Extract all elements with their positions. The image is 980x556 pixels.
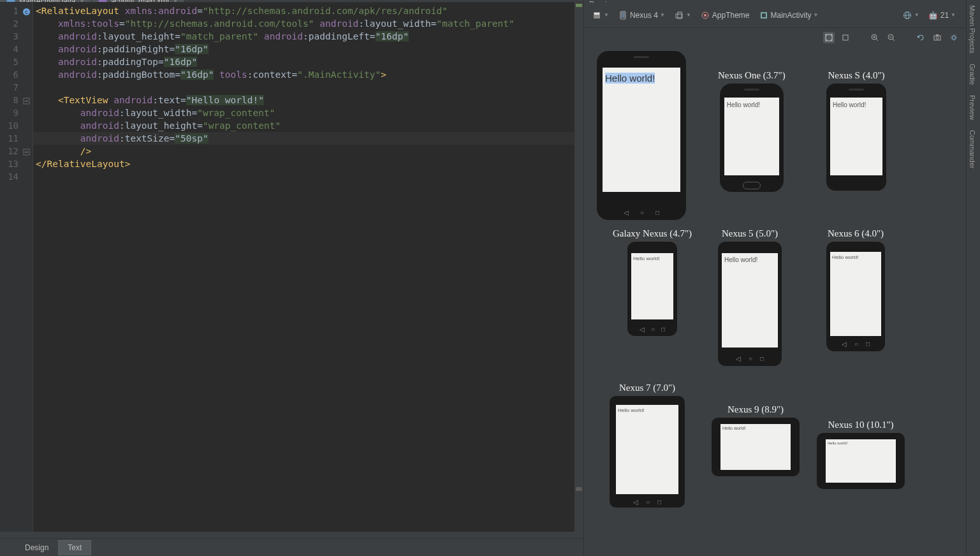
device-title: Nexus 9 (8.9") bbox=[728, 404, 784, 415]
hello-text: Hello world! bbox=[828, 441, 847, 445]
gutter-line: 4 bbox=[0, 43, 33, 55]
chevron-down-icon: ▼ bbox=[914, 12, 919, 18]
device-nav: ◁○□ bbox=[718, 355, 782, 362]
activity-selector[interactable]: MainActivity ▼ bbox=[756, 9, 821, 22]
device-frame: Hello world! ◁○□ bbox=[718, 242, 782, 366]
java-file-icon bbox=[6, 0, 15, 2]
speaker-icon bbox=[744, 89, 759, 91]
chevron-down-icon: ▼ bbox=[660, 12, 665, 18]
svg-rect-30 bbox=[936, 34, 939, 36]
gutter-line: 8 bbox=[0, 94, 33, 106]
tab-preview[interactable]: Preview bbox=[967, 90, 978, 125]
close-icon[interactable]: × bbox=[173, 0, 178, 2]
config-dropdown[interactable]: ▼ bbox=[589, 9, 611, 22]
device-screen: Hello world! bbox=[724, 98, 779, 175]
svg-text:c: c bbox=[25, 9, 28, 15]
scroll-marker bbox=[576, 487, 582, 491]
gutter: 1 c 2 3 4 5 6 7 8 9 10 11 💡 12 13 14 bbox=[0, 3, 33, 532]
hello-text: Hello world! bbox=[724, 256, 757, 263]
device-title: Nexus One (3.7") bbox=[718, 70, 786, 81]
code-line: </RelativeLayout> bbox=[33, 157, 583, 170]
device-selector[interactable]: Nexus 4 ▼ bbox=[615, 9, 668, 22]
svg-rect-7 bbox=[594, 13, 599, 15]
gutter-line: 9 bbox=[0, 106, 33, 119]
activity-icon bbox=[759, 10, 769, 20]
tab-label: Commander bbox=[969, 130, 976, 169]
right-sidebar: Maven Projects Gradle Preview Commander bbox=[966, 0, 980, 556]
theme-icon bbox=[700, 10, 710, 20]
zoom-fit-icon[interactable] bbox=[823, 32, 835, 43]
scroll-marker bbox=[576, 4, 582, 7]
file-tab-xml[interactable]: activity_main.xml × bbox=[92, 0, 186, 2]
activity-name: MainActivity bbox=[771, 11, 812, 20]
zoom-actual-icon[interactable] bbox=[840, 32, 851, 43]
code-line: android:layout_height="match_parent" and… bbox=[33, 30, 583, 43]
gutter-line: 14 bbox=[0, 170, 33, 183]
tab-design[interactable]: Design bbox=[15, 540, 58, 555]
device-galaxy-nexus: Galaxy Nexus (4.7") Hello world! ◁○□ bbox=[613, 228, 692, 336]
code-line: <RelativeLayout xmlns:android="http://sc… bbox=[33, 4, 583, 17]
gutter-line: 1 c bbox=[0, 4, 33, 17]
code-line: <TextView android:text="Hello world!" bbox=[33, 94, 583, 106]
device-title: Galaxy Nexus (4.7") bbox=[613, 228, 692, 239]
hello-text: Hello world! bbox=[633, 256, 660, 261]
device-frame: Hello world! ◁○□ bbox=[627, 242, 677, 336]
device-title: Nexus 10 (10.1") bbox=[828, 420, 893, 430]
code-line: android:textSize="50sp" bbox=[33, 132, 583, 145]
chevron-down-icon: ▼ bbox=[686, 12, 691, 18]
locale-selector[interactable]: ▼ bbox=[900, 9, 922, 22]
gutter-line: 13 bbox=[0, 157, 33, 170]
back-icon: ◁ bbox=[624, 209, 629, 216]
chevron-down-icon: ▼ bbox=[604, 12, 609, 18]
api-selector[interactable]: 🤖 21 ▼ bbox=[926, 9, 958, 22]
hello-text: Hello world! bbox=[722, 426, 746, 430]
device-screen: Hello world! bbox=[826, 439, 896, 483]
svg-rect-15 bbox=[762, 13, 766, 17]
tab-maven[interactable]: Maven Projects bbox=[967, 0, 978, 59]
zoom-in-icon[interactable] bbox=[869, 32, 881, 43]
tab-label: Preview bbox=[969, 95, 976, 120]
device-nav: ◁○□ bbox=[826, 340, 885, 348]
close-icon[interactable]: × bbox=[79, 0, 84, 2]
svg-point-29 bbox=[936, 37, 939, 40]
code-line: xmlns:tools="http://schemas.android.com/… bbox=[33, 17, 583, 30]
refresh-icon[interactable] bbox=[915, 32, 926, 43]
bottom-tab-bar: Design Text bbox=[0, 538, 583, 556]
fold-icon[interactable] bbox=[22, 96, 31, 104]
device-screen: Hello world! bbox=[830, 98, 882, 175]
config-icon bbox=[592, 10, 602, 20]
svg-point-31 bbox=[953, 36, 956, 40]
tab-commander[interactable]: Commander bbox=[967, 125, 978, 174]
tab-text[interactable]: Text bbox=[58, 540, 91, 555]
recent-icon: □ bbox=[655, 209, 659, 216]
code-line bbox=[33, 170, 583, 183]
device-nav: ◁○□ bbox=[627, 326, 677, 333]
api-level: 21 bbox=[940, 11, 949, 20]
file-tab-label: MainActivity.java bbox=[19, 0, 75, 2]
theme-name: AppTheme bbox=[712, 11, 750, 20]
device-nexus4: Hello world! ◁○□ bbox=[597, 51, 686, 220]
preview-canvas[interactable]: Hello world! ◁○□ Nexus One (3.7") Hello … bbox=[584, 45, 966, 556]
editor-container: 1 c 2 3 4 5 6 7 8 9 10 11 💡 12 13 14 <Re… bbox=[0, 3, 583, 532]
fold-icon[interactable] bbox=[22, 147, 31, 155]
toolbar-right: ▼ 🤖 21 ▼ bbox=[900, 9, 961, 22]
code-line: android:layout_height="wrap_content" bbox=[33, 119, 583, 132]
file-tab-java[interactable]: MainActivity.java × bbox=[0, 0, 92, 2]
device-title: Nexus 6 (4.0") bbox=[828, 228, 884, 239]
device-frame: Hello world! bbox=[817, 433, 905, 489]
hello-text: Hello world! bbox=[832, 254, 859, 260]
settings-icon[interactable] bbox=[948, 32, 960, 43]
editor-scrollbar[interactable] bbox=[574, 3, 583, 532]
file-tab-label: activity_main.xml bbox=[111, 0, 169, 2]
gutter-line: 10 bbox=[0, 119, 33, 132]
screenshot-icon[interactable] bbox=[932, 32, 943, 43]
tab-gradle[interactable]: Gradle bbox=[967, 59, 978, 90]
theme-selector[interactable]: AppTheme bbox=[698, 9, 752, 22]
zoom-out-icon[interactable] bbox=[886, 32, 897, 43]
device-nexus-9: Nexus 9 (8.9") Hello world! bbox=[712, 404, 800, 476]
code-editor[interactable]: <RelativeLayout xmlns:android="http://sc… bbox=[33, 3, 583, 532]
orientation-selector[interactable]: ▼ bbox=[671, 9, 694, 22]
class-icon: c bbox=[22, 6, 31, 15]
device-frame: Hello world! bbox=[826, 84, 886, 191]
speaker-icon bbox=[849, 89, 864, 91]
